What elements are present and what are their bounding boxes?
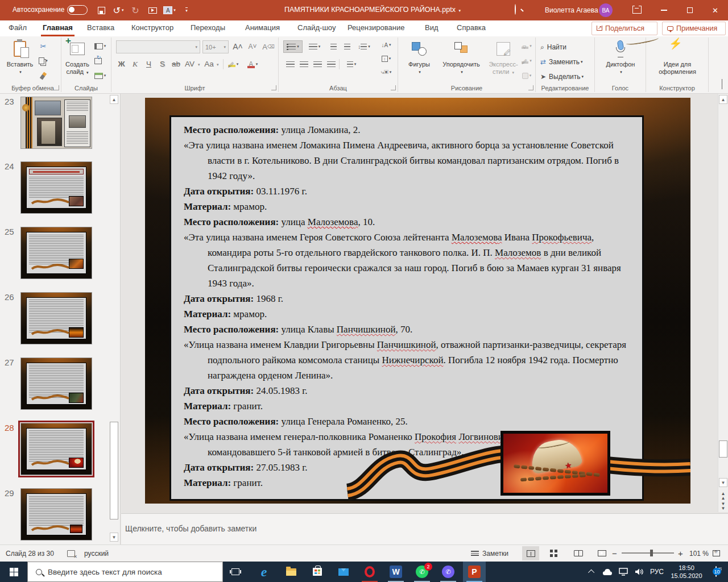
format-painter-button[interactable] — [36, 69, 50, 82]
smartart-button[interactable]: ⤷▣▾ — [377, 66, 396, 78]
copy-button[interactable]: ▾ — [36, 55, 50, 67]
dialog-launcher-icon[interactable] — [391, 85, 396, 90]
slide-thumbnail-26[interactable] — [20, 292, 92, 344]
tray-volume[interactable] — [631, 562, 647, 582]
tab-design[interactable]: Конструктор — [130, 20, 175, 36]
paste-button[interactable]: Вставить▾ — [7, 39, 33, 76]
pilotka-cap-image[interactable]: ★ — [500, 431, 610, 496]
taskbar-viber[interactable]: ✆ — [437, 562, 460, 582]
scroll-down-button[interactable]: ▼ — [719, 478, 727, 487]
taskbar-edge[interactable]: e — [253, 562, 275, 582]
clear-formatting-button[interactable]: A⌫ — [262, 40, 275, 53]
new-slide-button[interactable]: Создать слайд ▾ — [63, 39, 92, 76]
next-slide-button[interactable]: ▼▼ — [719, 502, 727, 511]
tray-language[interactable]: РУС — [647, 562, 667, 582]
tab-help[interactable]: Справка — [455, 20, 487, 36]
tab-view[interactable]: Вид — [423, 20, 440, 36]
zoom-slider-thumb[interactable] — [650, 550, 653, 556]
start-button[interactable] — [0, 562, 27, 582]
reading-view-button[interactable] — [570, 546, 587, 560]
shape-fill-button[interactable]: 🜄▾ — [520, 40, 533, 52]
quick-styles-button[interactable]: Экспресс- стили ▾ — [486, 39, 521, 76]
slide-thumbnail-25[interactable] — [20, 227, 92, 279]
align-left-button[interactable] — [283, 58, 297, 70]
taskbar-search[interactable] — [27, 562, 223, 582]
tab-animations[interactable]: Анимация — [243, 20, 282, 36]
normal-view-button[interactable] — [522, 546, 539, 560]
minimize-button[interactable] — [651, 0, 677, 20]
share-button[interactable]: Поделиться — [592, 22, 657, 35]
tab-review[interactable]: Рецензирование — [346, 20, 406, 36]
scroll-up-button[interactable]: ▲ — [719, 95, 727, 104]
increase-indent-button[interactable] — [340, 40, 354, 53]
autosave-toggle[interactable] — [67, 5, 88, 15]
zoom-out-button[interactable]: − — [612, 545, 617, 562]
document-title[interactable]: ПАМЯТНИКИ КРАСНОАРМЕЙСКОГО РАЙОНА.pptx ▾ — [279, 6, 466, 14]
justify-button[interactable] — [324, 58, 338, 70]
language-status[interactable]: русский — [84, 545, 109, 562]
tab-slideshow[interactable]: Слайд-шоу — [296, 20, 337, 36]
notes-pane[interactable]: Щелкните, чтобы добавить заметки — [121, 513, 728, 544]
dialog-launcher-icon[interactable] — [528, 85, 533, 90]
shape-effects-button[interactable]: ▾ — [520, 69, 533, 82]
arrange-button[interactable]: Упорядочить▾ — [438, 39, 485, 76]
collapse-ribbon-button[interactable] — [722, 80, 722, 90]
previous-slide-button[interactable]: ▲▲ — [719, 492, 727, 501]
scrollbar-thumb[interactable] — [110, 422, 118, 519]
tab-insert[interactable]: Вставка — [85, 20, 116, 36]
character-spacing-button[interactable]: AV — [183, 58, 196, 70]
avatar[interactable]: ВА — [599, 3, 613, 17]
taskbar-explorer[interactable] — [280, 562, 303, 582]
text-direction-button[interactable]: ↓A▾ — [377, 39, 396, 51]
font-name-combo[interactable]: ▾ — [116, 40, 200, 53]
increase-font-button[interactable]: A˄ — [231, 40, 245, 53]
zoom-slider[interactable] — [622, 552, 674, 554]
zoom-in-button[interactable]: + — [678, 545, 683, 562]
taskbar-mail[interactable] — [332, 562, 355, 582]
scrollbar-thumb[interactable] — [719, 440, 727, 458]
slide-thumbnail-27[interactable] — [20, 357, 92, 410]
task-view-button[interactable] — [224, 562, 247, 582]
notes-toggle-button[interactable]: Заметки — [471, 545, 508, 562]
notes-placeholder[interactable]: Щелкните, чтобы добавить заметки — [125, 524, 257, 533]
taskbar-store[interactable] — [306, 562, 329, 582]
slide-thumbnail-29[interactable] — [20, 488, 92, 541]
close-button[interactable]: ✕ — [702, 0, 728, 20]
dictate-button[interactable]: Диктофон▾ — [599, 39, 642, 76]
underline-button[interactable]: Ч — [142, 58, 155, 70]
slide-scrollbar[interactable]: ▲ ▼ ▲▲ ▼▼ — [718, 94, 728, 512]
spellcheck-status-button[interactable] — [67, 545, 75, 562]
select-button[interactable]: ➤Выделить ▾ — [540, 70, 584, 83]
numbering-button[interactable]: ▾ — [305, 40, 324, 53]
tray-clock[interactable]: 18:5015.05.2020 — [667, 564, 706, 580]
undo-button[interactable]: ↺▾ — [110, 0, 127, 20]
taskbar-word[interactable]: W — [384, 562, 407, 582]
reset-slide-button[interactable]: ↻ — [93, 55, 107, 67]
line-spacing-button[interactable]: ↕▾ — [355, 40, 373, 53]
slide-thumbnail-28[interactable] — [20, 423, 92, 475]
find-button[interactable]: ⌕Найти — [540, 41, 566, 53]
dialog-launcher-icon[interactable] — [54, 85, 59, 90]
shapes-button[interactable]: Фигуры▾ — [403, 39, 436, 76]
slide-sorter-view-button[interactable] — [545, 546, 562, 560]
ribbon-display-options-button[interactable] — [632, 6, 642, 14]
section-button[interactable]: ▾ — [93, 69, 107, 82]
columns-button[interactable]: ▾ — [342, 58, 361, 70]
scroll-down-button[interactable]: ▼ — [110, 533, 118, 542]
restore-button[interactable] — [677, 0, 702, 20]
replace-button[interactable]: ⇄Заменить ▾ — [540, 56, 583, 68]
zoom-level[interactable]: 101 % — [689, 545, 709, 562]
scroll-up-button[interactable]: ▲ — [110, 95, 118, 104]
taskbar-whatsapp[interactable]: ✆2 — [411, 562, 433, 582]
bold-button[interactable]: Ж — [115, 58, 128, 70]
user-name[interactable]: Виолетта Агаева — [545, 6, 598, 14]
cut-button[interactable]: ✂ — [36, 40, 50, 52]
align-text-button[interactable]: ↕▾ — [377, 52, 396, 65]
search-input[interactable] — [48, 568, 207, 576]
text-shadow-button[interactable]: S — [156, 58, 169, 70]
search-button[interactable] — [515, 5, 526, 16]
font-size-combo[interactable]: 10+▾ — [202, 40, 229, 53]
taskbar-powerpoint-active[interactable]: P — [463, 562, 486, 582]
tray-expand-button[interactable] — [585, 562, 599, 582]
bullets-button[interactable]: ▾ — [283, 40, 303, 53]
